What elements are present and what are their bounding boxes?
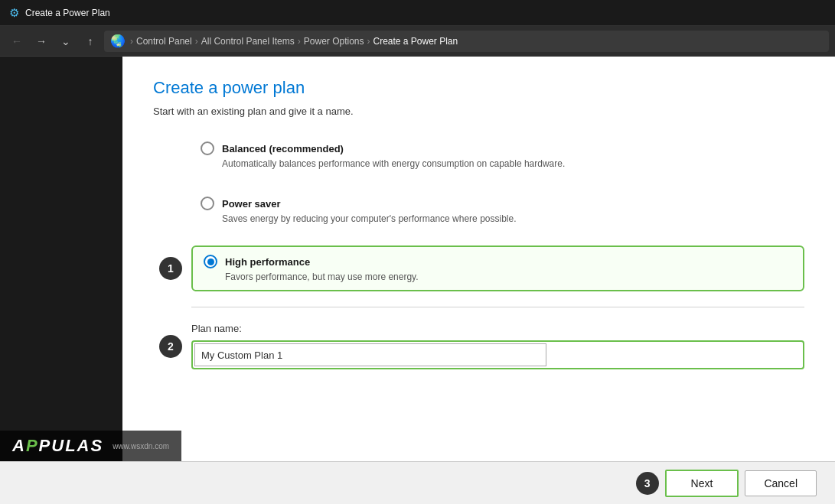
address-bar: ← → ⌄ ↑ 🌏 › Control Panel › All Control … bbox=[0, 26, 835, 57]
watermark-logo: APPULAS bbox=[12, 436, 103, 456]
title-bar: ⚙ Create a Power Plan bbox=[0, 0, 835, 26]
plan-powersaver-name: Power saver bbox=[222, 198, 281, 210]
plan-balanced-name: Balanced (recommended) bbox=[222, 143, 344, 154]
section-divider bbox=[191, 307, 804, 307]
forward-button[interactable]: → bbox=[31, 31, 52, 52]
back-button[interactable]: ← bbox=[6, 31, 28, 52]
watermark: APPULAS www.wsxdn.com bbox=[0, 431, 181, 461]
page-title: Create a power plan bbox=[153, 78, 804, 98]
bottom-bar: 3 Next Cancel bbox=[0, 461, 835, 504]
plan-name-section-wrapper: 2 Plan name: bbox=[191, 323, 804, 369]
content-area: Create a power plan Start with an existi… bbox=[122, 57, 835, 504]
plan-name-label: Plan name: bbox=[191, 323, 804, 334]
step-3-badge: 3 bbox=[636, 472, 659, 495]
controlpanel-icon: 🌏 bbox=[110, 34, 126, 48]
breadcrumb-poweroptions[interactable]: Power Options bbox=[304, 36, 364, 47]
breadcrumb-createplan: Create a Power Plan bbox=[373, 36, 458, 47]
plan-highperf-name: High performance bbox=[225, 256, 310, 268]
plan-option-balanced[interactable]: Balanced (recommended) Automatically bal… bbox=[191, 135, 804, 175]
plan-powersaver-desc: Saves energy by reducing your computer's… bbox=[222, 213, 795, 224]
dropdown-button[interactable]: ⌄ bbox=[55, 31, 77, 52]
radio-highperf[interactable] bbox=[204, 255, 217, 268]
plan-option-highperf[interactable]: High performance Favors performance, but… bbox=[191, 245, 804, 291]
plan-highperf-desc: Favors performance, but may use more ene… bbox=[225, 272, 792, 282]
plan-option-powersaver[interactable]: Power saver Saves energy by reducing you… bbox=[191, 190, 804, 230]
step-2-badge: 2 bbox=[159, 335, 182, 358]
breadcrumb: 🌏 › Control Panel › All Control Panel It… bbox=[104, 31, 829, 52]
title-bar-icon: ⚙ bbox=[9, 6, 19, 20]
plan-name-input-wrapper bbox=[191, 340, 804, 369]
step-1-badge: 1 bbox=[159, 257, 182, 280]
next-button[interactable]: Next bbox=[665, 470, 739, 497]
radio-balanced[interactable] bbox=[201, 141, 214, 155]
page-subtitle: Start with an existing plan and give it … bbox=[153, 106, 804, 117]
watermark-domain: www.wsxdn.com bbox=[113, 442, 169, 450]
up-button[interactable]: ↑ bbox=[80, 31, 101, 52]
plan-name-section: Plan name: bbox=[191, 323, 804, 369]
cancel-button[interactable]: Cancel bbox=[745, 470, 817, 496]
plan-balanced-desc: Automatically balances performance with … bbox=[222, 158, 795, 169]
plan-option-highperf-wrapper: 1 High performance Favors performance, b… bbox=[191, 245, 804, 291]
title-bar-text: Create a Power Plan bbox=[25, 8, 110, 18]
breadcrumb-allitems[interactable]: All Control Panel Items bbox=[201, 36, 295, 47]
breadcrumb-controlpanel[interactable]: Control Panel bbox=[136, 36, 192, 47]
plan-name-input[interactable] bbox=[194, 343, 546, 366]
app-window: ⚙ Create a Power Plan ← → ⌄ ↑ 🌏 › Contro… bbox=[0, 0, 835, 504]
radio-powersaver[interactable] bbox=[201, 197, 214, 210]
